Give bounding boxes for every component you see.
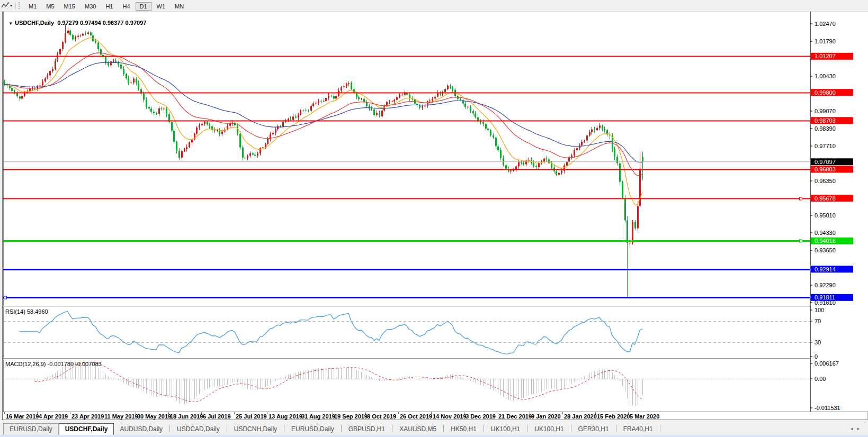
- date-tick-label: 23 Apr 2019: [71, 413, 104, 420]
- toolbar-grip[interactable]: [19, 2, 21, 9]
- rsi-tick-label: 0: [815, 353, 818, 360]
- price-tick-label: 1.01790: [815, 38, 836, 44]
- date-tick-label: 18 Jun 2019: [170, 413, 203, 420]
- date-tick-label: 6 Jul 2019: [203, 413, 231, 420]
- date-tick-label: 16 Mar 2019: [6, 413, 39, 420]
- price-level-badge: 0.92914: [815, 266, 836, 272]
- price-tick-label: 0.93650: [815, 247, 836, 253]
- date-tick-label: 11 May 2019: [104, 413, 138, 420]
- tab-scroll-left-icon[interactable]: ◂: [851, 426, 857, 431]
- price-level-badge: 0.95678: [815, 195, 836, 202]
- tab-separator: [392, 425, 392, 432]
- date-tick-label: 28 Jan 2020: [564, 413, 597, 420]
- date-tick-label: 21 Dec 2019: [498, 413, 532, 420]
- timeframe-button-M5[interactable]: M5: [42, 2, 58, 11]
- price-level-badge: 0.99800: [815, 89, 836, 96]
- tab-separator: [341, 425, 342, 432]
- chart-canvas[interactable]: 1.024701.017901.004300.990700.983900.977…: [0, 0, 868, 437]
- tab-separator: [227, 425, 227, 432]
- timeframe-button-H1[interactable]: H1: [101, 2, 117, 11]
- timeframe-button-M1[interactable]: M1: [24, 2, 41, 11]
- price-tick-label: 0.97710: [815, 143, 836, 149]
- date-tick-label: 31 Aug 2019: [301, 413, 335, 420]
- date-tick-label: 15 Feb 2020: [597, 413, 630, 420]
- price-level-badge: 0.94016: [815, 238, 836, 244]
- tab-separator: [169, 425, 170, 432]
- chart-title: ▼USDCHF,Daily 0.97279 0.97494 0.96377 0.…: [5, 13, 146, 26]
- tab-fra40-h1[interactable]: FRA40,H1: [618, 424, 659, 435]
- window-bottom-edge: [0, 435, 868, 437]
- time-axis[interactable]: 16 Mar 20194 Apr 201923 Apr 201911 May 2…: [3, 412, 867, 420]
- chart-tabs: EURUSD,DailyUSDCHF,DailyAUDUSD,DailyUSDC…: [3, 422, 661, 435]
- price-level-badge: 0.96803: [815, 166, 836, 172]
- timeframe-button-M15[interactable]: M15: [60, 2, 79, 11]
- macd-indicator-label: MACD(12,26,9) -0.001780 -0.007083: [5, 361, 102, 367]
- date-tick-label: 4 Apr 2019: [39, 413, 68, 420]
- tab-separator: [660, 425, 660, 432]
- date-tick-label: 13 Aug 2019: [269, 413, 302, 420]
- date-tick-label: 9 Jan 2020: [531, 413, 561, 420]
- tab-scroll-right-icon[interactable]: ▸: [857, 426, 864, 431]
- tool-dropdown-caret-icon[interactable]: ▾: [10, 3, 12, 8]
- chart-window-frame: [3, 12, 868, 420]
- tab-uk100-h1[interactable]: UK100,H1: [485, 424, 526, 435]
- tab-separator: [527, 425, 527, 432]
- tab-separator: [443, 425, 444, 432]
- tab-ger30-h1[interactable]: GER30,H1: [572, 424, 615, 435]
- tab-eurusd-daily[interactable]: EURUSD,Daily: [285, 424, 340, 435]
- price-tick-label: 0.92290: [815, 282, 836, 288]
- timeframe-button-M30[interactable]: M30: [80, 2, 100, 11]
- price-tick-label: 1.00430: [815, 73, 836, 79]
- chart-tab-bar: EURUSD,DailyUSDCHF,DailyAUDUSD,DailyUSDC…: [0, 420, 868, 435]
- tab-usdcnh-daily[interactable]: USDCNH,Daily: [228, 424, 283, 435]
- tab-separator: [571, 425, 571, 432]
- timeframe-button-D1[interactable]: D1: [136, 2, 151, 11]
- price-level-badge: 1.01207: [815, 53, 836, 59]
- rsi-tick-label: 30: [815, 339, 821, 345]
- tab-uk100-h1[interactable]: UK100,H1: [529, 424, 569, 435]
- rsi-tick-label: 70: [815, 318, 821, 324]
- tab-eurusd-daily[interactable]: EURUSD,Daily: [3, 423, 59, 435]
- collapse-caret-icon[interactable]: ▼: [8, 21, 13, 26]
- timeframe-button-MN[interactable]: MN: [171, 2, 188, 11]
- tab-xauusd-m5[interactable]: XAUUSD,M5: [393, 424, 442, 435]
- tab-gbpusd-h1[interactable]: GBPUSD,H1: [343, 424, 391, 435]
- date-tick-label: 5 Mar 2020: [630, 413, 659, 420]
- tab-hk50-h1[interactable]: HK50,H1: [445, 424, 482, 435]
- rsi-indicator-label: RSI(14) 58.4960: [5, 308, 48, 315]
- toolbar-separator: [15, 2, 16, 10]
- tab-usdchf-daily[interactable]: USDCHF,Daily: [59, 423, 114, 435]
- timeframe-button-W1[interactable]: W1: [153, 2, 170, 11]
- date-tick-label: 19 Sep 2019: [334, 413, 368, 420]
- macd-tick-label: 0.00: [815, 376, 826, 382]
- macd-tick-label: -0.011531: [815, 405, 840, 411]
- line-tool-icon[interactable]: [1, 2, 10, 10]
- symbol-period-label: USDCHF,Daily: [15, 20, 54, 26]
- price-axis[interactable]: 1.024701.017901.004300.990700.983900.977…: [810, 12, 868, 412]
- tab-usdcad-daily[interactable]: USDCAD,Daily: [171, 424, 226, 435]
- price-tick-label: 0.98390: [815, 125, 836, 132]
- date-tick-label: 26 Oct 2019: [400, 413, 432, 420]
- price-tick-label: 0.99070: [815, 108, 836, 114]
- tab-scroll-arrows: ◂▸: [851, 426, 864, 431]
- toolbar: ▾ M1M5M15M30H1H4D1W1MN: [0, 0, 868, 12]
- date-tick-label: 25 Jul 2019: [236, 413, 267, 420]
- price-tick-label: 0.94330: [815, 230, 836, 236]
- date-tick-label: 8 Oct 2019: [367, 413, 396, 420]
- date-tick-label: 30 May 2019: [137, 413, 171, 420]
- price-level-badge: 0.98703: [815, 117, 836, 124]
- price-level-badge: 0.97097: [815, 159, 836, 165]
- tab-separator: [616, 425, 616, 432]
- rsi-tick-label: 100: [815, 307, 824, 313]
- timeframe-button-H4[interactable]: H4: [118, 2, 134, 11]
- date-tick-label: 3 Dec 2019: [466, 413, 496, 420]
- price-level-badge: 0.91811: [815, 294, 835, 301]
- timeframe-buttons: M1M5M15M30H1H4D1W1MN: [24, 1, 189, 11]
- price-tick-label: 0.95010: [815, 212, 836, 218]
- price-tick-label: 1.02470: [815, 21, 836, 27]
- date-tick-label: 14 Nov 2019: [433, 413, 467, 420]
- ohlc-values: 0.97279 0.97494 0.96377 0.97097: [57, 20, 146, 26]
- tab-separator: [484, 425, 484, 432]
- tab-audusd-daily[interactable]: AUDUSD,Daily: [114, 424, 168, 435]
- price-tick-label: 0.96350: [815, 178, 836, 184]
